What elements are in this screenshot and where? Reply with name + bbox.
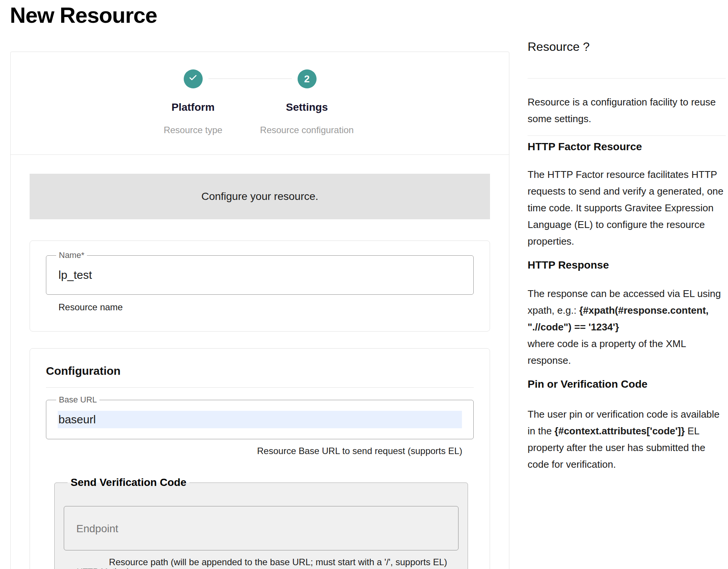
banner-text: Configure your resource. [201, 190, 318, 203]
name-input[interactable] [58, 266, 462, 284]
base-url-field-label: Base URL [56, 395, 99, 404]
help-heading-http-factor: HTTP Factor Resource [528, 140, 726, 153]
help-divider [528, 135, 726, 136]
configure-resource-banner: Configure your resource. [30, 174, 490, 219]
stepper-connector-line [208, 79, 292, 88]
step-sublabel: Resource configuration [260, 125, 354, 135]
help-divider [528, 78, 726, 79]
stepper: Platform Resource type 2 Settings Resour… [11, 52, 509, 155]
step-completed-circle[interactable] [184, 69, 203, 88]
configuration-divider [46, 387, 474, 388]
help-text-http-factor: The HTTP Factor resource facilitates HTT… [528, 166, 726, 250]
help-text: where code is a property of the XML resp… [528, 335, 726, 369]
help-text-pin-code: The user pin or verification code is ava… [528, 406, 726, 473]
base-url-field-hint: Resource Base URL to send request (suppo… [46, 445, 474, 457]
step-number: 2 [304, 73, 309, 85]
help-text-http-response: The response can be accessed via EL usin… [528, 285, 726, 369]
step-sublabel: Resource type [164, 125, 222, 135]
check-icon [188, 72, 198, 85]
name-field-outline: Name* [46, 255, 474, 295]
help-heading-pin-code: Pin or Verification Code [528, 378, 726, 391]
endpoint-field-outline [64, 506, 459, 550]
configuration-heading: Configuration [46, 365, 474, 377]
page-title: New Resource [10, 2, 157, 28]
step-label: Platform [172, 101, 215, 113]
name-field-label: Name* [56, 251, 87, 260]
send-verification-code-legend: Send Verification Code [68, 476, 189, 489]
endpoint-input[interactable] [76, 520, 447, 537]
step-label: Settings [286, 101, 328, 113]
name-section-card: Name* Resource name [30, 240, 490, 332]
help-title: Resource ? [528, 39, 726, 54]
help-heading-http-response: HTTP Response [528, 259, 726, 272]
help-intro-text: Resource is a configuration facility to … [528, 94, 726, 127]
resource-help-panel: Resource ? Resource is a configuration f… [528, 39, 726, 473]
base-url-field-outline: Base URL [46, 400, 474, 439]
send-verification-code-group: Send Verification Code Resource path (wi… [54, 476, 468, 569]
stepper-step-platform[interactable]: Platform Resource type [184, 69, 203, 88]
stepper-step-settings[interactable]: 2 Settings Resource configuration [298, 69, 317, 88]
new-resource-card: Platform Resource type 2 Settings Resour… [10, 52, 509, 569]
step-number-circle[interactable]: 2 [298, 69, 317, 88]
base-url-input[interactable] [58, 411, 462, 428]
endpoint-field-hint: Resource path (will be appended to the b… [64, 556, 459, 568]
http-method-field-label: HTTP Method [74, 567, 131, 569]
name-field-hint: Resource name [46, 302, 474, 313]
configuration-section-card: Configuration Base URL Resource Base URL… [30, 348, 490, 569]
help-code-context-attributes: {#context.attributes['code']} [555, 425, 685, 437]
